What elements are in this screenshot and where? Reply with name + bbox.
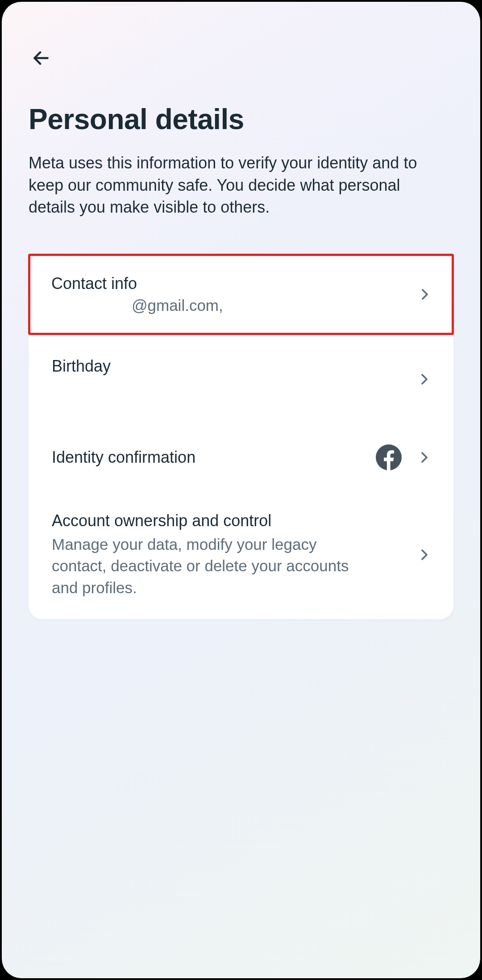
- settings-card: Contact info @gmail.com, Birthday: [29, 254, 453, 619]
- row-body: Contact info @gmail.com,: [51, 274, 418, 314]
- row-right: [418, 373, 431, 386]
- birthday-row[interactable]: Birthday: [29, 335, 453, 424]
- identity-confirmation-row[interactable]: Identity confirmation: [29, 424, 453, 491]
- chevron-right-icon: [418, 288, 432, 301]
- page-title: Personal details: [29, 103, 453, 136]
- arrow-left-icon: [31, 48, 51, 70]
- screen: Personal details Meta uses this informat…: [2, 2, 480, 978]
- row-right: [418, 288, 432, 301]
- row-subtitle: @gmail.com,: [51, 297, 418, 314]
- row-title: Identity confirmation: [52, 448, 376, 467]
- header: Personal details Meta uses this informat…: [2, 2, 480, 218]
- row-body: Identity confirmation: [52, 448, 376, 467]
- chevron-right-icon: [418, 373, 431, 386]
- row-right: [376, 444, 431, 470]
- row-body: Birthday: [52, 355, 418, 376]
- row-title: Birthday: [52, 357, 418, 376]
- contact-info-row[interactable]: Contact info @gmail.com,: [28, 254, 454, 335]
- row-description: Manage your data, modify your legacy con…: [52, 534, 364, 599]
- chevron-right-icon: [418, 451, 431, 464]
- page-description: Meta uses this information to verify you…: [29, 152, 439, 218]
- row-right: [418, 548, 431, 561]
- facebook-icon: [376, 444, 402, 470]
- chevron-right-icon: [418, 548, 431, 561]
- row-body: Account ownership and control Manage you…: [52, 511, 418, 599]
- back-button[interactable]: [29, 46, 54, 71]
- account-ownership-row[interactable]: Account ownership and control Manage you…: [29, 491, 453, 619]
- row-title: Contact info: [51, 274, 418, 293]
- row-title: Account ownership and control: [52, 511, 418, 530]
